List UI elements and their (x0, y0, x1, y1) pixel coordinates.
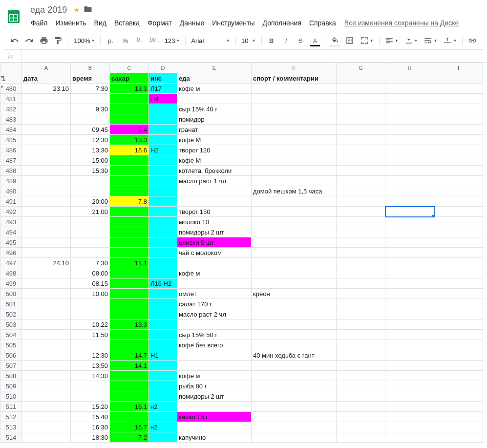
cell[interactable] (434, 186, 483, 196)
cell[interactable]: Л17 (149, 84, 177, 94)
cell[interactable] (252, 207, 337, 217)
cell[interactable] (71, 114, 110, 125)
row-header[interactable]: 501 (0, 299, 22, 309)
print-button[interactable] (37, 34, 51, 47)
cell[interactable] (149, 330, 177, 340)
cell[interactable] (110, 278, 149, 289)
cell[interactable] (337, 207, 385, 217)
cell[interactable]: 08.00 (71, 268, 110, 278)
cell[interactable] (22, 330, 71, 340)
row-header[interactable]: ▼1 (0, 73, 22, 84)
row-header[interactable]: 481 (0, 94, 22, 104)
cell[interactable]: 16.6 (110, 145, 149, 155)
cell[interactable]: время (71, 73, 110, 84)
row-header[interactable]: 504 (0, 330, 22, 340)
cell[interactable]: кофе М (177, 155, 252, 166)
cell[interactable]: н2 (149, 422, 177, 432)
menu-file[interactable]: Файл (27, 17, 51, 29)
cell[interactable]: рыба 80 г (177, 381, 252, 391)
cell[interactable] (434, 196, 483, 207)
cell[interactable]: кофе М (177, 135, 252, 145)
cell[interactable] (149, 135, 177, 145)
document-title[interactable]: еда 2019 (27, 4, 70, 16)
cell[interactable] (337, 402, 385, 412)
cell[interactable]: 13:30 (71, 145, 110, 155)
cell[interactable]: 13:50 (71, 361, 110, 371)
row-header[interactable]: 509 (0, 381, 22, 391)
cell[interactable] (22, 125, 71, 135)
more-formats-dropdown[interactable]: 123▼ (162, 36, 183, 46)
cell[interactable] (110, 381, 149, 391)
cell[interactable] (252, 371, 337, 381)
cell[interactable] (110, 237, 149, 248)
cell[interactable] (22, 422, 71, 432)
cell[interactable] (149, 248, 177, 258)
cell[interactable]: 11:50 (71, 330, 110, 340)
cell[interactable] (385, 289, 434, 299)
cell[interactable] (385, 166, 434, 176)
format-currency-button[interactable]: р. (104, 34, 117, 47)
cell[interactable]: масло раст 2 чл (177, 309, 252, 320)
cell[interactable] (337, 371, 385, 381)
cell[interactable] (252, 166, 337, 176)
horizontal-align-dropdown[interactable]: ▼ (382, 35, 401, 46)
cell[interactable] (434, 268, 483, 278)
cell[interactable] (149, 361, 177, 371)
cell[interactable] (252, 104, 337, 114)
spreadsheet-grid[interactable]: A B C D E F G H I ▼1 дата время сахар ин… (0, 63, 487, 443)
cell[interactable] (252, 114, 337, 125)
row-header[interactable]: 491 (0, 196, 22, 207)
cell[interactable] (22, 361, 71, 371)
cell[interactable] (337, 248, 385, 258)
row-header[interactable]: 497 (0, 258, 22, 268)
cell[interactable]: 13.3 (110, 135, 149, 145)
cell[interactable] (22, 114, 71, 125)
cell[interactable] (385, 381, 434, 391)
cell[interactable] (337, 412, 385, 422)
col-header-D[interactable]: D (149, 63, 177, 73)
cell[interactable] (337, 258, 385, 268)
cell[interactable]: какао 15 г (177, 412, 252, 422)
cell[interactable]: 13.3 (110, 320, 149, 330)
cell[interactable] (337, 227, 385, 237)
cell[interactable] (337, 186, 385, 196)
cell[interactable]: 9:30 (71, 104, 110, 114)
cell[interactable] (149, 258, 177, 268)
cell[interactable] (385, 176, 434, 186)
cell[interactable] (252, 94, 337, 104)
cell[interactable]: 15:20 (71, 402, 110, 412)
cell[interactable] (434, 371, 483, 381)
cell[interactable] (385, 104, 434, 114)
cell[interactable] (110, 340, 149, 350)
cell[interactable] (337, 381, 385, 391)
cell[interactable] (385, 207, 434, 217)
cell[interactable]: масло раст 1 чл (177, 176, 252, 186)
cell[interactable]: кофе м (177, 84, 252, 94)
cell[interactable]: 7:30 (71, 258, 110, 268)
cell[interactable] (71, 340, 110, 350)
cell[interactable]: оливки 5 шт (177, 237, 252, 248)
cell[interactable]: 12:30 (71, 350, 110, 361)
cell[interactable]: дата (22, 73, 71, 84)
cell[interactable]: 09.45 (71, 125, 110, 135)
cell[interactable] (149, 268, 177, 278)
row-header[interactable]: 498 (0, 268, 22, 278)
cell[interactable]: салат 170 г (177, 299, 252, 309)
cell[interactable] (252, 412, 337, 422)
cell[interactable]: креон (252, 289, 337, 299)
cell[interactable] (434, 320, 483, 330)
cell[interactable] (434, 258, 483, 268)
cell[interactable] (22, 94, 71, 104)
cell[interactable]: 18:30 (71, 432, 110, 443)
cell[interactable]: сахар (110, 73, 149, 84)
cell[interactable]: 23.10 (22, 84, 71, 94)
cell[interactable] (385, 114, 434, 125)
cell[interactable] (434, 145, 483, 155)
cell[interactable] (110, 186, 149, 196)
cell[interactable]: 20:00 (71, 196, 110, 207)
row-header[interactable]: 489 (0, 176, 22, 186)
cell[interactable] (177, 361, 252, 371)
col-header-I[interactable]: I (434, 63, 483, 73)
cell[interactable] (110, 391, 149, 402)
cell[interactable] (385, 125, 434, 135)
